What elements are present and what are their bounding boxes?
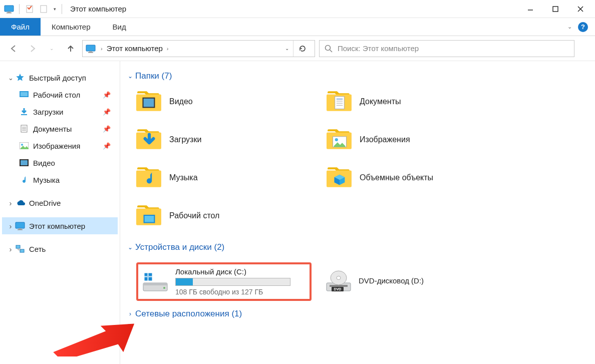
back-button[interactable] xyxy=(6,41,21,56)
address-dropdown[interactable]: ⌄ xyxy=(281,46,293,51)
videos-folder-icon xyxy=(136,90,162,113)
folder-downloads[interactable]: Загрузки xyxy=(136,128,322,151)
minimize-button[interactable] xyxy=(518,0,543,18)
pictures-folder-icon xyxy=(327,128,353,151)
drive-info: Локальный диск (C:) 108 ГБ свободно из 1… xyxy=(175,267,307,296)
group-count: (2) xyxy=(214,242,224,252)
crumb-sep[interactable]: › xyxy=(100,46,104,52)
desktop-icon xyxy=(19,90,29,99)
drive-name: DVD-дисковод (D:) xyxy=(359,276,494,285)
tree-this-pc[interactable]: Этот компьютер xyxy=(2,217,118,234)
ribbon: Файл Компьютер Вид ⌄ ? xyxy=(0,18,595,36)
svg-point-39 xyxy=(163,287,165,289)
tree-label: Сеть xyxy=(29,245,46,253)
folder-music[interactable]: Музыка xyxy=(136,166,322,189)
search-box[interactable] xyxy=(319,40,574,57)
group-devices[interactable]: ⌄ Устройства и диски (2) xyxy=(125,242,590,252)
separator xyxy=(19,4,20,14)
download-icon xyxy=(19,107,29,116)
qat-dropdown[interactable]: ▾ xyxy=(51,7,59,12)
svg-rect-36 xyxy=(145,216,154,222)
recent-dropdown[interactable]: ⌄ xyxy=(44,41,59,56)
folder-pictures[interactable]: Изображения xyxy=(327,128,512,151)
svg-rect-22 xyxy=(20,159,21,166)
folder-documents[interactable]: Документы xyxy=(327,90,512,113)
forward-button[interactable] xyxy=(25,41,40,56)
tree-label: Рабочий стол xyxy=(33,91,80,99)
folder-videos[interactable]: Видео xyxy=(136,90,322,113)
item-label: Загрузки xyxy=(169,135,201,144)
drive-free-text: 108 ГБ свободно из 127 ГБ xyxy=(175,288,307,296)
tree-label: Быстрый доступ xyxy=(29,74,86,82)
group-network-locations[interactable]: › Сетевые расположения (1) xyxy=(125,309,590,319)
tree-quick-access[interactable]: Быстрый доступ xyxy=(2,69,118,86)
tree-label: Изображения xyxy=(33,142,80,150)
tree-network[interactable]: Сеть xyxy=(2,240,118,257)
tab-computer[interactable]: Компьютер xyxy=(41,18,102,36)
address-bar[interactable]: › Этот компьютер › ⌄ xyxy=(82,40,315,57)
window-controls xyxy=(518,0,593,18)
music-folder-icon xyxy=(136,166,162,189)
music-icon xyxy=(19,175,29,184)
video-icon xyxy=(19,158,29,167)
svg-rect-43 xyxy=(330,285,348,287)
ribbon-expand-chevron[interactable]: ⌄ xyxy=(567,24,572,30)
drive-info: DVD-дисковод (D:) xyxy=(359,276,494,287)
refresh-button[interactable] xyxy=(293,41,312,57)
item-label: Видео xyxy=(169,97,193,106)
tree-pictures[interactable]: Изображения 📌 xyxy=(2,137,118,154)
item-label: Рабочий стол xyxy=(169,211,219,220)
svg-rect-24 xyxy=(16,245,20,248)
svg-rect-38 xyxy=(143,283,167,285)
folder-3dobjects[interactable]: Объемные объекты xyxy=(327,166,512,189)
svg-point-19 xyxy=(21,144,23,146)
drive-c[interactable]: Локальный диск (C:) 108 ГБ свободно из 1… xyxy=(136,262,312,301)
group-folders[interactable]: ⌄ Папки (7) xyxy=(125,71,590,81)
tree-documents[interactable]: Документы 📌 xyxy=(2,120,118,137)
drives-grid: Локальный диск (C:) 108 ГБ свободно из 1… xyxy=(125,257,590,306)
tree-label: Загрузки xyxy=(33,108,63,116)
tab-view[interactable]: Вид xyxy=(102,18,137,36)
dvd-drive-icon: DVD xyxy=(325,270,353,294)
breadcrumb[interactable]: Этот компьютер xyxy=(104,44,166,53)
group-count: (1) xyxy=(231,309,242,319)
downloads-folder-icon xyxy=(136,128,162,151)
network-icon xyxy=(15,244,25,253)
this-pc-icon xyxy=(15,221,25,230)
tree-onedrive[interactable]: OneDrive xyxy=(2,194,118,211)
tree-videos[interactable]: Видео xyxy=(2,154,118,171)
crumb-sep[interactable]: › xyxy=(166,46,170,52)
item-label: Объемные объекты xyxy=(360,173,433,182)
group-label: Сетевые расположения xyxy=(135,309,229,319)
help-button[interactable]: ? xyxy=(578,22,588,32)
separator xyxy=(62,4,62,14)
tree-downloads[interactable]: Загрузки 📌 xyxy=(2,103,118,120)
svg-line-10 xyxy=(330,50,333,52)
up-button[interactable] xyxy=(63,41,78,56)
qat-newfolder-icon[interactable] xyxy=(39,5,49,14)
svg-rect-27 xyxy=(144,99,154,107)
picture-icon xyxy=(19,141,29,150)
navigation-pane: Быстрый доступ Рабочий стол 📌 Загрузки 📌… xyxy=(0,61,120,364)
tab-file[interactable]: Файл xyxy=(0,18,41,36)
folder-desktop[interactable]: Рабочий стол xyxy=(136,204,322,227)
item-label: Изображения xyxy=(360,135,410,144)
drive-capacity-bar xyxy=(175,278,290,286)
objects3d-folder-icon xyxy=(327,166,353,189)
drive-d[interactable]: DVD DVD-дисковод (D:) xyxy=(322,262,497,301)
svg-point-9 xyxy=(326,45,331,50)
search-input[interactable] xyxy=(338,44,569,53)
chevron-down-icon: ⌄ xyxy=(125,73,135,80)
tree-music[interactable]: Музыка xyxy=(2,171,118,188)
pin-icon: 📌 xyxy=(103,142,111,150)
tree-label: Этот компьютер xyxy=(29,222,85,230)
tree-desktop[interactable]: Рабочий стол 📌 xyxy=(2,86,118,103)
drive-icon xyxy=(141,270,169,294)
qat-properties-icon[interactable] xyxy=(25,5,35,14)
group-count: (7) xyxy=(162,71,172,81)
tree-label: OneDrive xyxy=(29,199,61,207)
drive-name: Локальный диск (C:) xyxy=(175,267,307,276)
tree-label: Видео xyxy=(33,159,55,167)
close-button[interactable] xyxy=(568,0,593,18)
maximize-button[interactable] xyxy=(543,0,568,18)
